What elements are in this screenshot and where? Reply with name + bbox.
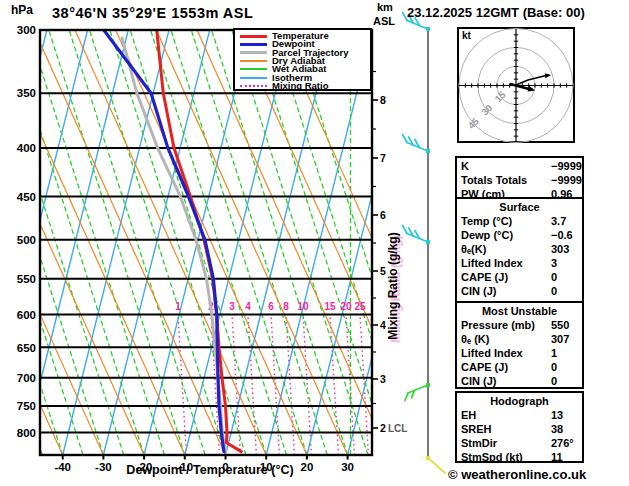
hodograph-unit-label: kt	[462, 30, 472, 41]
index-value: 276°	[551, 436, 574, 450]
index-row: Lifted Index3	[457, 256, 582, 270]
index-label: CIN (J)	[461, 375, 496, 387]
index-row: CIN (J)0	[457, 284, 582, 298]
mixing-ratio-lines	[178, 314, 368, 455]
indices-box: K−9999Totals Totals−9999PW (cm)0.96	[455, 156, 584, 199]
wind-barb	[426, 456, 445, 473]
wind-barb	[403, 135, 431, 154]
km-tick-label: 7	[380, 152, 386, 164]
index-value: 307	[551, 332, 569, 346]
index-value: −9999	[551, 173, 582, 187]
index-row: CAPE (J)0	[457, 360, 582, 374]
indices-box-hodograph: HodographEH13SREH38StmDir276°StmSpd (kt)…	[455, 391, 584, 463]
km-tick-label: 8	[380, 94, 386, 106]
mixing-ratio-tick-label: 3	[229, 301, 235, 312]
pressure-tick-label: 550	[17, 273, 36, 285]
index-row: SREH38	[457, 422, 582, 436]
index-value: 38	[551, 422, 563, 436]
wind-barb-staff	[403, 13, 446, 474]
index-label: Lifted Index	[461, 347, 523, 359]
index-label: Pressure (mb)	[461, 319, 535, 331]
index-value: 303	[551, 242, 569, 256]
pressure-axis-unit: hPa	[11, 3, 33, 17]
hodograph-inset: 153045kt	[458, 28, 574, 143]
index-value: 3.7	[551, 214, 566, 228]
mixing-ratio-tick-label: 1	[175, 301, 181, 312]
index-row: Lifted Index1	[457, 346, 582, 360]
asl-axis-unit: ASL	[373, 15, 395, 27]
mixing-ratio-tick-label: 15	[324, 301, 336, 312]
index-label: CIN (J)	[461, 285, 496, 297]
index-label: Temp (°C)	[461, 215, 512, 227]
pressure-tick-label: 300	[17, 24, 36, 36]
legend-entry: Mixing Ratio	[240, 82, 370, 90]
km-tick-label: 2	[380, 422, 386, 434]
pressure-tick-label: 500	[17, 234, 36, 246]
index-row: StmSpd (kt)11	[457, 450, 582, 464]
km-axis-unit: km	[377, 1, 393, 13]
index-value: 0	[551, 360, 557, 374]
mixing-ratio-axis-label: Mixing Ratio (g/kg)	[386, 196, 400, 376]
index-row: CIN (J)0	[457, 374, 582, 388]
index-label: Lifted Index	[461, 257, 523, 269]
pressure-tick-label: 350	[17, 87, 36, 99]
index-label: StmDir	[461, 437, 497, 449]
mixing-ratio-tick-labels: 12346810152025	[175, 301, 366, 312]
legend-swatch-parcel-trajectory	[240, 51, 267, 54]
index-label: SREH	[461, 423, 492, 435]
pressure-tick-label: 650	[17, 342, 36, 354]
index-value: 13	[551, 408, 563, 422]
index-value: 3	[551, 256, 557, 270]
index-label: EH	[461, 409, 476, 421]
pressure-tick-label: 700	[17, 372, 36, 384]
pressure-tick-label: 750	[17, 400, 36, 412]
wind-barb	[403, 226, 431, 245]
legend-swatch-mixing-ratio	[240, 85, 267, 87]
box-title: Surface	[457, 200, 582, 214]
index-value: 1	[551, 346, 557, 360]
index-value: 11	[551, 450, 563, 464]
mixing-ratio-tick-label: 20	[340, 301, 352, 312]
box-title: Most Unstable	[457, 304, 582, 318]
index-label: θₑ(K)	[461, 243, 486, 255]
mixing-ratio-tick-label: 4	[245, 301, 251, 312]
index-label: StmSpd (kt)	[461, 451, 523, 463]
mixing-ratio-tick-label: 8	[283, 301, 289, 312]
indices-box-surface: SurfaceTemp (°C)3.7Dewp (°C)−0.6θₑ(K)303…	[455, 197, 584, 303]
box-title: Hodograph	[457, 394, 582, 408]
legend-swatch-isotherm	[240, 77, 267, 79]
index-row: Totals Totals−9999	[457, 173, 582, 187]
legend-label: Mixing Ratio	[272, 82, 328, 90]
pressure-tick-label: 800	[17, 427, 36, 439]
index-label: Dewp (°C)	[461, 229, 513, 241]
index-value: 0	[551, 284, 557, 298]
legend-swatch-dry-adiabat	[240, 60, 267, 62]
index-label: CAPE (J)	[461, 271, 508, 283]
index-value: 0	[551, 270, 557, 284]
copyright: © weatheronline.co.uk	[448, 467, 586, 482]
pressure-tick-label: 600	[17, 309, 36, 321]
index-label: Totals Totals	[461, 174, 527, 186]
mixing-ratio-tick-label: 25	[354, 301, 366, 312]
index-value: −0.6	[551, 228, 573, 242]
index-value: 550	[551, 318, 569, 332]
legend-swatch-wet-adiabat	[240, 68, 267, 70]
index-row: Pressure (mb)550	[457, 318, 582, 332]
legend-swatch-temperature	[240, 35, 267, 38]
lcl-marker-label: LCL	[388, 423, 407, 434]
station-title: 38°46'N 35°29'E 1553m ASL	[52, 5, 253, 21]
index-row: EH13	[457, 408, 582, 422]
pressure-tick-label: 450	[17, 191, 36, 203]
legend-swatch-dewpoint	[240, 43, 267, 46]
skewt-page: { "header": { "hpa_label": "hPa", "title…	[0, 0, 629, 486]
x-axis-label: Dewpoint / Temperature (°C)	[60, 463, 360, 477]
index-row: CAPE (J)0	[457, 270, 582, 284]
index-value: 0	[551, 374, 557, 388]
legend: TemperatureDewpointParcel TrajectoryDry …	[233, 28, 372, 91]
index-row: Dewp (°C)−0.6	[457, 228, 582, 242]
wind-barb	[405, 383, 430, 401]
index-label: θₑ (K)	[461, 333, 489, 345]
index-label: K	[461, 160, 469, 172]
run-datetime-title: 23.12.2025 12GMT (Base: 00)	[407, 5, 585, 20]
indices-box-most-unstable: Most UnstablePressure (mb)550θₑ (K)307Li…	[455, 301, 584, 389]
